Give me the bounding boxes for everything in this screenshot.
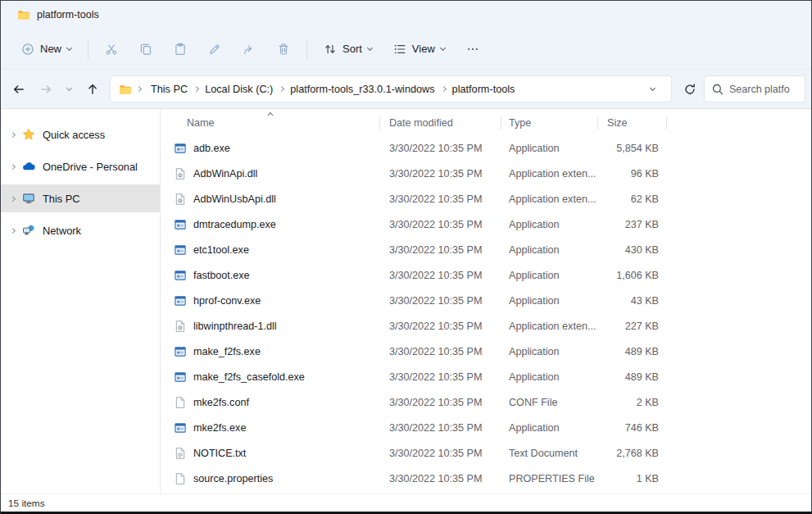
file-type: Text Document — [501, 448, 598, 459]
file-row[interactable]: source.properties3/30/2022 10:35 PMPROPE… — [161, 466, 811, 491]
refresh-button[interactable] — [677, 76, 702, 102]
column-header-name[interactable]: Name — [161, 111, 380, 135]
file-explorer-window: platform-tools NewSortView This PCLocal … — [0, 0, 812, 514]
delete-button[interactable] — [266, 37, 301, 61]
share-icon — [243, 43, 256, 56]
breadcrumb-item-this-pc[interactable]: This PC — [146, 80, 193, 98]
file-icon — [174, 472, 187, 485]
dll-icon — [174, 167, 187, 180]
breadcrumb-item-platform-tools[interactable]: platform-tools — [447, 80, 520, 98]
sidebar-item-label: Quick access — [43, 129, 105, 141]
file-type: Application exten... — [501, 193, 598, 205]
column-header-type[interactable]: Type — [501, 111, 598, 135]
chevron-down-icon — [649, 84, 655, 90]
file-type: Application — [501, 270, 598, 281]
file-name-cell: make_f2fs.exe — [161, 345, 380, 358]
back-button[interactable] — [6, 76, 31, 102]
forward-button[interactable] — [33, 76, 58, 102]
sidebar-item-network[interactable]: Network — [1, 216, 160, 244]
breadcrumb-item-local-disk-c[interactable]: Local Disk (C:) — [200, 80, 278, 98]
search-icon — [711, 83, 724, 96]
file-row[interactable]: fastboot.exe3/30/2022 10:35 PMApplicatio… — [161, 262, 811, 288]
file-row[interactable]: make_f2fs.exe3/30/2022 10:35 PMApplicati… — [161, 339, 811, 364]
column-label: Date modified — [389, 117, 453, 129]
file-row[interactable]: mke2fs.exe3/30/2022 10:35 PMApplication7… — [161, 415, 811, 440]
paste-button[interactable] — [163, 37, 197, 61]
file-type: PROPERTIES File — [501, 473, 598, 484]
folder-icon — [17, 8, 30, 21]
recent-locations-button[interactable] — [60, 76, 78, 102]
rename-button[interactable] — [197, 37, 232, 61]
copy-button[interactable] — [129, 37, 163, 61]
up-button[interactable] — [79, 76, 105, 102]
folder-icon — [119, 83, 132, 96]
file-name-cell: mke2fs.exe — [161, 421, 380, 434]
search-input[interactable] — [729, 84, 798, 95]
sidebar-item-onedrive-personal[interactable]: OneDrive - Personal — [1, 152, 160, 180]
file-row[interactable]: hprof-conv.exe3/30/2022 10:35 PMApplicat… — [161, 288, 811, 313]
file-type: Application — [501, 371, 598, 383]
file-date-modified: 3/30/2022 10:35 PM — [380, 397, 501, 408]
column-header-date-modified[interactable]: Date modified — [380, 111, 501, 135]
sidebar-item-this-pc[interactable]: This PC — [1, 184, 160, 212]
sort-arrows-icon — [324, 43, 337, 56]
scissors-icon — [105, 43, 118, 56]
new-button[interactable]: New — [11, 37, 82, 61]
sort-ascending-icon — [267, 112, 273, 118]
cut-button[interactable] — [94, 37, 129, 61]
tab-title: platform-tools — [37, 9, 99, 20]
file-name: libwinpthread-1.dll — [193, 321, 277, 332]
dll-icon — [174, 320, 187, 333]
file-size: 746 KB — [598, 422, 667, 434]
sort-label: Sort — [342, 43, 362, 55]
application-icon — [174, 294, 187, 307]
column-headers: NameDate modifiedTypeSize — [161, 111, 811, 135]
this-pc-icon — [22, 192, 35, 205]
sidebar: Quick accessOneDrive - PersonalThis PCNe… — [1, 109, 161, 494]
file-row[interactable]: adb.exe3/30/2022 10:35 PMApplication5,85… — [161, 135, 811, 161]
file-row[interactable]: AdbWinUsbApi.dll3/30/2022 10:35 PMApplic… — [161, 186, 811, 212]
new-label: New — [40, 43, 61, 55]
breadcrumb-item-platform-tools-r33-0-1-windows[interactable]: platform-tools_r33.0.1-windows — [285, 80, 439, 98]
application-icon — [174, 218, 187, 231]
file-date-modified: 3/30/2022 10:35 PM — [380, 321, 501, 332]
file-row[interactable]: make_f2fs_casefold.exe3/30/2022 10:35 PM… — [161, 364, 811, 389]
column-label: Name — [187, 117, 215, 129]
file-row[interactable]: dmtracedump.exe3/30/2022 10:35 PMApplica… — [161, 212, 811, 237]
file-size: 489 KB — [598, 346, 667, 357]
address-bar[interactable]: This PCLocal Disk (C:)platform-tools_r33… — [110, 75, 672, 102]
arrow-left-icon — [12, 83, 25, 96]
file-row[interactable]: NOTICE.txt3/30/2022 10:35 PMText Documen… — [161, 440, 811, 466]
sidebar-item-quick-access[interactable]: Quick access — [1, 121, 160, 148]
file-name: adb.exe — [193, 143, 230, 154]
file-size: 227 KB — [598, 321, 667, 332]
column-header-size[interactable]: Size — [598, 111, 667, 135]
file-size: 237 KB — [598, 219, 667, 230]
breadcrumb: This PCLocal Disk (C:)platform-tools_r33… — [146, 80, 519, 98]
file-name: fastboot.exe — [193, 270, 250, 281]
file-name: etc1tool.exe — [193, 244, 249, 256]
file-name-cell: AdbWinUsbApi.dll — [161, 193, 380, 206]
file-row[interactable]: AdbWinApi.dll3/30/2022 10:35 PMApplicati… — [161, 161, 811, 186]
file-name: make_f2fs_casefold.exe — [193, 371, 305, 383]
file-row[interactable]: mke2fs.conf3/30/2022 10:35 PMCONF File2 … — [161, 389, 811, 415]
explorer-body: Quick accessOneDrive - PersonalThis PCNe… — [1, 109, 811, 494]
view-button[interactable]: View — [383, 37, 456, 61]
explorer-tab[interactable]: platform-tools — [9, 4, 111, 25]
file-date-modified: 3/30/2022 10:35 PM — [380, 422, 501, 434]
file-type: Application — [501, 244, 598, 256]
file-list: adb.exe3/30/2022 10:35 PMApplication5,85… — [161, 135, 811, 494]
file-type: Application — [501, 422, 598, 434]
file-name-cell: hprof-conv.exe — [161, 294, 380, 307]
share-button[interactable] — [232, 37, 266, 61]
view-label: View — [412, 43, 435, 55]
sort-button[interactable]: Sort — [313, 37, 383, 61]
address-dropdown-button[interactable] — [643, 80, 661, 99]
more-button[interactable] — [456, 37, 490, 61]
file-type: Application exten... — [501, 321, 598, 332]
toolbar-separator — [306, 39, 307, 59]
file-row[interactable]: libwinpthread-1.dll3/30/2022 10:35 PMApp… — [161, 313, 811, 339]
file-size: 489 KB — [598, 371, 667, 383]
file-row[interactable]: etc1tool.exe3/30/2022 10:35 PMApplicatio… — [161, 237, 811, 262]
file-name-cell: NOTICE.txt — [161, 447, 380, 460]
